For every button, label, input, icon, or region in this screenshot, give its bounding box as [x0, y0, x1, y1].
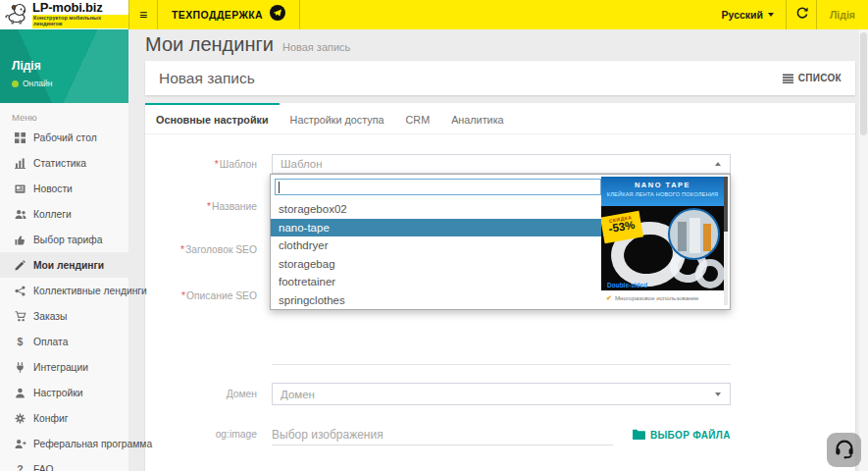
seo-title-field-label: *Заголовок SEO	[145, 244, 257, 255]
sidebar: Лідія Онлайн Меню Рабочий стол Статистик…	[0, 29, 128, 471]
text-cursor	[279, 182, 280, 193]
language-selector[interactable]: Русский	[710, 0, 786, 29]
plug-icon	[13, 362, 27, 373]
tape-roll-graphic	[695, 259, 724, 288]
sidebar-item-colleagues[interactable]: Коллеги	[0, 201, 128, 227]
sidebar-toggle-button[interactable]: ≡	[129, 0, 157, 29]
sidebar-item-integrations[interactable]: Интеграции	[0, 354, 128, 380]
check-icon: ✔	[606, 294, 612, 302]
preview-scrollbar[interactable]	[724, 177, 728, 305]
choose-file-button[interactable]: ВЫБОР ФАЙЛА	[633, 426, 731, 444]
page-scrollbar[interactable]	[859, 29, 868, 471]
record-form-card: Основные настройки Настройки доступа CRM…	[145, 103, 855, 471]
sidebar-user-name: Лідія	[12, 59, 128, 73]
sidebar-item-payment[interactable]: $ Оплата	[0, 329, 128, 354]
sidebar-item-news[interactable]: Новости	[0, 176, 128, 201]
preview-product-title: NANO TAPE	[601, 181, 724, 189]
logo-title: LP-mobi.biz	[32, 1, 128, 14]
dashboard-icon	[13, 132, 27, 143]
page-header: Мои лендинги Новая запись	[145, 33, 350, 56]
template-field-label: *Шаблон	[145, 159, 257, 170]
domain-field-label: Домен	[145, 389, 257, 399]
question-icon: ?	[13, 463, 27, 471]
dollar-icon: $	[13, 336, 27, 347]
logo[interactable]: LP-mobi.biz Конструктор мобильных лендин…	[0, 0, 128, 29]
chevron-down-icon	[768, 13, 774, 17]
domain-select[interactable]: Домен	[272, 383, 731, 405]
menu-section-label: Меню	[12, 112, 128, 123]
template-option[interactable]: springclothes	[271, 291, 601, 309]
preview-inset-photo	[668, 208, 720, 260]
page-scrollbar-thumb[interactable]	[860, 32, 867, 135]
template-select[interactable]: Шаблон	[272, 154, 731, 174]
stats-icon	[13, 158, 27, 169]
language-label: Русский	[722, 9, 763, 21]
folder-icon	[633, 426, 645, 444]
person-icon	[13, 388, 27, 398]
news-icon	[13, 183, 27, 194]
support-chat-widget[interactable]	[827, 433, 861, 467]
template-dropdown-panel: storagebox02 nano-tape clothdryer storag…	[270, 174, 731, 310]
online-status-dot	[12, 80, 19, 87]
support-button[interactable]: ТЕХПОДДЕРЖКА	[158, 0, 299, 29]
template-option[interactable]: footretainer	[271, 273, 601, 291]
preview-caption: Double-sided	[607, 282, 647, 288]
template-option[interactable]: storagebox02	[271, 200, 601, 219]
topbar-username[interactable]: Лідія	[817, 0, 868, 29]
preview-product-subtitle: КЛЕЙКАЯ ЛЕНТА НОВОГО ПОКОЛЕНИЯ	[601, 191, 724, 197]
record-header-card: Новая запись СПИСОК	[145, 61, 855, 95]
caret-up-icon	[715, 162, 721, 166]
preview-feature-text: Многоразовое использование	[615, 294, 699, 301]
lp-mobi-admin-screen: LP-mobi.biz Конструктор мобильных лендин…	[0, 0, 868, 471]
sidebar-item-orders[interactable]: Заказы	[0, 303, 128, 329]
online-status-label: Онлайн	[23, 78, 52, 88]
logo-subtitle: Конструктор мобильных лендингов	[32, 15, 128, 27]
name-field-label: *Название	[145, 201, 257, 212]
sidebar-user-panel: Лідія Онлайн	[0, 29, 128, 103]
topbar: ≡ ТЕХПОДДЕРЖКА Русский	[128, 0, 868, 29]
share-icon	[13, 286, 27, 296]
sidebar-item-dashboard[interactable]: Рабочий стол	[0, 125, 128, 150]
seo-description-input-underline[interactable]	[272, 364, 731, 365]
preview-scrollbar-thumb[interactable]	[724, 177, 728, 232]
pencil-icon	[13, 260, 27, 271]
thumb-up-icon	[13, 235, 27, 245]
sidebar-item-referral[interactable]: Реферальная программа	[0, 431, 128, 456]
sidebar-item-settings[interactable]: Настройки	[0, 380, 128, 405]
headset-icon	[834, 438, 855, 463]
template-option[interactable]: clothdryer	[271, 236, 601, 255]
template-search-input[interactable]	[275, 179, 601, 195]
dog-logo-icon	[4, 1, 29, 28]
seo-description-field-label: *Описание SEO	[145, 290, 257, 301]
template-preview: NANO TAPE КЛЕЙКАЯ ЛЕНТА НОВОГО ПОКОЛЕНИЯ	[601, 177, 728, 305]
cart-icon	[13, 311, 27, 322]
sidebar-item-stats[interactable]: Статистика	[0, 150, 128, 176]
caret-down-icon	[715, 392, 721, 396]
refresh-button[interactable]	[787, 0, 816, 29]
sidebar-item-faq[interactable]: ? FAQ	[0, 456, 128, 471]
colleagues-icon	[13, 209, 27, 220]
page-title: Мои лендинги	[145, 33, 274, 56]
sidebar-item-collective[interactable]: Коллективные лендинги	[0, 278, 128, 303]
ogimage-input[interactable]: Выбор изображения	[272, 424, 613, 445]
template-option-list: storagebox02 nano-tape clothdryer storag…	[271, 200, 601, 309]
sidebar-item-tariff[interactable]: Выбор тарифа	[0, 227, 128, 252]
list-button[interactable]: СПИСОК	[783, 70, 842, 87]
record-form: *Шаблон *Название *Заголовок SEO *Описан…	[145, 103, 855, 471]
person-plus-icon	[13, 439, 27, 449]
refresh-icon	[795, 6, 808, 24]
sidebar-item-config[interactable]: Конфиг	[0, 405, 128, 431]
template-preview-image: NANO TAPE КЛЕЙКАЯ ЛЕНТА НОВОГО ПОКОЛЕНИЯ	[601, 177, 724, 305]
template-option-highlighted[interactable]: nano-tape	[271, 219, 601, 237]
sidebar-item-landings[interactable]: Мои лендинги	[0, 252, 128, 278]
list-icon	[783, 70, 793, 87]
record-title: Новая запись	[159, 70, 255, 87]
support-label: ТЕХПОДДЕРЖКА	[172, 9, 263, 21]
breadcrumb: Новая запись	[282, 41, 350, 53]
telegram-icon	[270, 5, 285, 25]
template-option[interactable]: storagebag	[271, 255, 601, 274]
gear-icon	[13, 413, 27, 424]
ogimage-field-label: og:image	[145, 429, 257, 440]
